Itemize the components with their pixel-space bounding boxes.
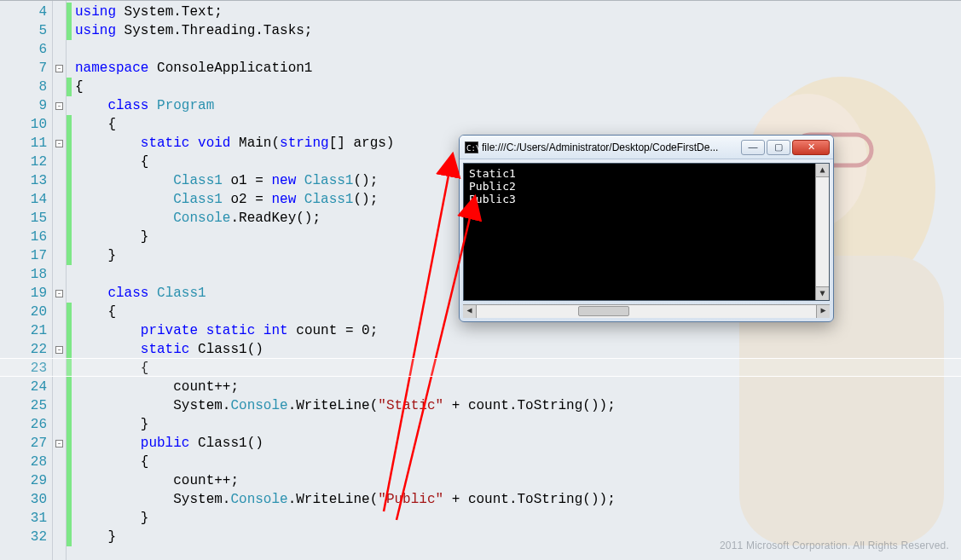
fold-toggle-icon[interactable]: - <box>55 440 63 447</box>
line-number: 17 <box>0 246 47 265</box>
line-number: 12 <box>0 153 47 171</box>
watermark-text: 2011 Microsoft Corporation. All Rights R… <box>720 540 949 551</box>
scroll-thumb[interactable] <box>578 306 629 316</box>
fold-toggle-icon[interactable]: - <box>55 290 63 297</box>
line-number: 13 <box>0 171 47 190</box>
line-number: 6 <box>0 40 47 59</box>
console-horizontal-scrollbar[interactable]: ◀ ▶ <box>463 304 830 318</box>
line-number: 21 <box>0 321 47 340</box>
scroll-up-icon[interactable]: ▲ <box>816 164 829 177</box>
line-number: 18 <box>0 265 47 284</box>
console-line: Public2 <box>469 180 824 193</box>
code-line[interactable]: { <box>72 78 961 96</box>
code-line[interactable]: using System.Threading.Tasks; <box>72 21 961 40</box>
code-line[interactable]: { <box>72 359 961 378</box>
code-line[interactable]: { <box>72 453 961 471</box>
line-number: 27 <box>0 434 47 453</box>
code-line[interactable]: count++; <box>72 378 961 396</box>
code-line[interactable]: System.Console.WriteLine("Static" + coun… <box>72 396 961 415</box>
line-number-gutter: 4567891011121314151617181920212223242526… <box>0 1 53 560</box>
line-number: 30 <box>0 490 47 509</box>
console-output[interactable]: Static1Public2Public3 ▲ ▼ <box>463 163 830 301</box>
console-vertical-scrollbar[interactable]: ▲ ▼ <box>815 164 829 300</box>
code-line[interactable]: } <box>72 509 961 528</box>
line-number: 31 <box>0 509 47 528</box>
code-line[interactable]: } <box>72 415 961 434</box>
line-number: 26 <box>0 415 47 434</box>
line-number: 28 <box>0 453 47 471</box>
line-number: 16 <box>0 228 47 246</box>
code-line[interactable]: private static int count = 0; <box>72 321 961 340</box>
line-number: 24 <box>0 378 47 396</box>
cmd-icon: C:\ <box>465 141 478 153</box>
console-titlebar[interactable]: C:\ file:///C:/Users/Administrator/Deskt… <box>460 136 833 159</box>
line-number: 11 <box>0 134 47 153</box>
code-line[interactable]: namespace ConsoleApplication1 <box>72 59 961 78</box>
line-number: 23 <box>0 359 47 378</box>
line-number: 22 <box>0 340 47 359</box>
line-number: 32 <box>0 528 47 546</box>
fold-toggle-icon[interactable]: - <box>55 102 63 110</box>
fold-column[interactable]: ------ <box>53 1 67 560</box>
minimize-button[interactable]: — <box>741 140 765 155</box>
line-number: 8 <box>0 78 47 96</box>
code-line[interactable]: using System.Text; <box>72 3 961 21</box>
code-line[interactable]: public Class1() <box>72 434 961 453</box>
line-number: 15 <box>0 209 47 228</box>
fold-toggle-icon[interactable]: - <box>55 65 63 72</box>
line-number: 9 <box>0 96 47 115</box>
console-title: file:///C:/Users/Administrator/Desktop/C… <box>482 141 738 153</box>
scroll-right-icon[interactable]: ▶ <box>816 305 830 318</box>
console-line: Public3 <box>469 193 824 205</box>
line-number: 20 <box>0 303 47 321</box>
line-number: 25 <box>0 396 47 415</box>
code-line[interactable] <box>72 40 961 59</box>
console-line: Static1 <box>469 167 824 180</box>
scroll-down-icon[interactable]: ▼ <box>816 286 829 300</box>
line-number: 7 <box>0 59 47 78</box>
line-number: 5 <box>0 21 47 40</box>
scroll-left-icon[interactable]: ◀ <box>463 305 477 318</box>
console-window[interactable]: C:\ file:///C:/Users/Administrator/Deskt… <box>459 135 834 322</box>
line-number: 19 <box>0 284 47 303</box>
line-number: 4 <box>0 3 47 21</box>
maximize-button[interactable]: ▢ <box>767 140 790 155</box>
code-line[interactable]: class Program <box>72 96 961 115</box>
fold-toggle-icon[interactable]: - <box>55 140 63 147</box>
line-number: 14 <box>0 190 47 209</box>
code-line[interactable]: count++; <box>72 471 961 490</box>
code-line[interactable]: System.Console.WriteLine("Public" + coun… <box>72 490 961 509</box>
close-button[interactable]: ✕ <box>792 140 830 155</box>
code-line[interactable]: { <box>72 115 961 134</box>
code-line[interactable]: static Class1() <box>72 340 961 359</box>
line-number: 10 <box>0 115 47 134</box>
line-number: 29 <box>0 471 47 490</box>
fold-toggle-icon[interactable]: - <box>55 346 63 354</box>
